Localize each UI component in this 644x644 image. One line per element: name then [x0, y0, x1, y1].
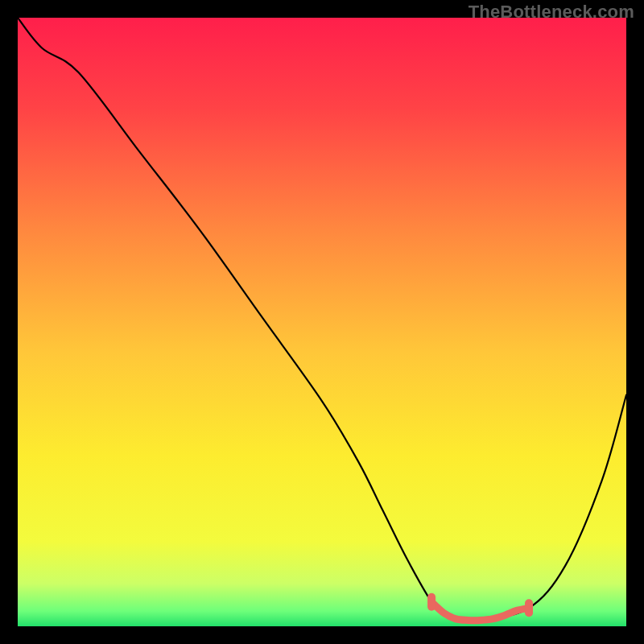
gradient-background — [18, 18, 626, 626]
highlight-cap-right — [525, 599, 533, 617]
plot-area — [18, 18, 626, 626]
highlight-cap-left — [427, 593, 436, 611]
bottleneck-chart — [18, 18, 626, 626]
watermark-text: TheBottleneck.com — [469, 2, 634, 23]
chart-frame: TheBottleneck.com — [0, 0, 644, 644]
